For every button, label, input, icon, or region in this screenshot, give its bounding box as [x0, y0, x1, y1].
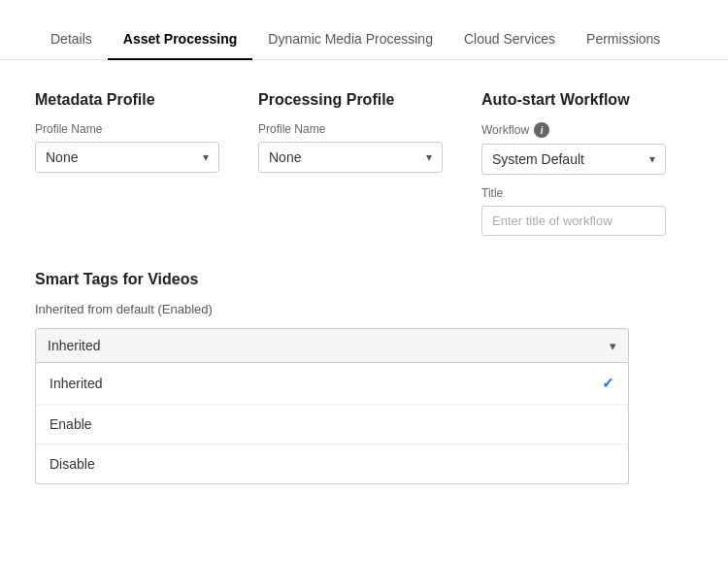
- workflow-title-input[interactable]: [481, 206, 666, 236]
- title-field-label: Title: [481, 186, 676, 200]
- tab-asset-processing[interactable]: Asset Processing: [108, 19, 253, 60]
- smart-tags-selected-value: Inherited: [48, 338, 100, 353]
- workflow-dropdown[interactable]: System Default ▾: [481, 144, 666, 175]
- processing-profile-field-label: Profile Name: [258, 122, 443, 136]
- processing-profile-chevron-icon: ▾: [426, 150, 432, 164]
- workflow-field-label: Workflow i: [481, 122, 676, 138]
- main-content: Metadata Profile Profile Name None ▾ Pro…: [0, 60, 728, 515]
- processing-profile-dropdown[interactable]: None ▾: [258, 142, 443, 173]
- smart-tags-section: Smart Tags for Videos Inherited from def…: [35, 271, 693, 484]
- profiles-row: Metadata Profile Profile Name None ▾ Pro…: [35, 91, 693, 236]
- workflow-select-wrapper: System Default ▾: [481, 144, 666, 175]
- workflow-chevron-icon: ▾: [649, 152, 655, 166]
- processing-profile-heading: Processing Profile: [258, 91, 443, 109]
- workflow-value: System Default: [492, 151, 584, 167]
- processing-profile-value: None: [269, 149, 301, 165]
- smart-tags-option-inherited-label: Inherited: [50, 376, 102, 391]
- tab-cloud-services[interactable]: Cloud Services: [448, 19, 571, 60]
- smart-tags-options-list: Inherited ✓ Enable Disable: [35, 363, 629, 484]
- tab-permissions[interactable]: Permissions: [571, 19, 676, 60]
- auto-start-workflow-heading: Auto-start Workflow: [481, 91, 676, 109]
- smart-tags-sub-label: Inherited from default (Enabled): [35, 302, 693, 316]
- smart-tags-option-enable-label: Enable: [50, 416, 92, 432]
- tab-details[interactable]: Details: [35, 19, 108, 60]
- metadata-profile-section: Metadata Profile Profile Name None ▾: [35, 91, 219, 236]
- smart-tags-option-inherited[interactable]: Inherited ✓: [36, 363, 628, 405]
- smart-tags-chevron-icon: ▾: [610, 339, 616, 353]
- processing-profile-section: Processing Profile Profile Name None ▾: [258, 91, 443, 236]
- smart-tags-option-disable-label: Disable: [50, 456, 95, 472]
- metadata-profile-dropdown[interactable]: None ▾: [35, 142, 219, 173]
- auto-start-workflow-section: Auto-start Workflow Workflow i System De…: [481, 91, 676, 236]
- metadata-profile-heading: Metadata Profile: [35, 91, 219, 109]
- smart-tags-check-icon: ✓: [602, 375, 614, 392]
- tab-dynamic-media[interactable]: Dynamic Media Processing: [252, 19, 448, 60]
- workflow-info-icon[interactable]: i: [534, 122, 549, 138]
- tabs-bar: Details Asset Processing Dynamic Media P…: [0, 0, 728, 60]
- smart-tags-dropdown-wrapper: Inherited ▾ Inherited ✓ Enable Disable: [35, 328, 629, 484]
- metadata-profile-select-wrapper: None ▾: [35, 142, 219, 173]
- smart-tags-dropdown[interactable]: Inherited ▾: [35, 328, 629, 363]
- smart-tags-option-enable[interactable]: Enable: [36, 405, 628, 445]
- smart-tags-heading: Smart Tags for Videos: [35, 271, 693, 288]
- smart-tags-option-disable[interactable]: Disable: [36, 445, 628, 483]
- processing-profile-select-wrapper: None ▾: [258, 142, 443, 173]
- metadata-profile-field-label: Profile Name: [35, 122, 219, 136]
- metadata-profile-chevron-icon: ▾: [203, 150, 209, 164]
- metadata-profile-value: None: [46, 149, 78, 165]
